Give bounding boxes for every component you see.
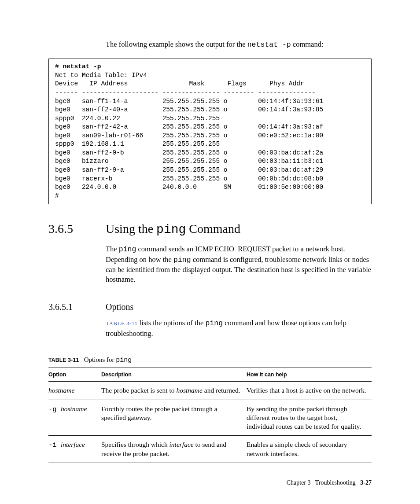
intro-cmd: netstat -p [247, 40, 291, 49]
subsection-number: 3.6.5.1 [48, 302, 106, 312]
opt-ital: interface [61, 441, 85, 448]
page: The following example shows the output f… [0, 0, 420, 504]
desc-pre: Specifies through which [101, 441, 169, 448]
intro-pre: The following example shows the output f… [106, 40, 247, 48]
code-header-1: Net to Media Table: IPv4 [55, 72, 147, 79]
cell-description: Specifies through which interface to sen… [101, 436, 247, 463]
code-block: # netstat -p Net to Media Table: IPv4 De… [48, 59, 372, 204]
opt-code: -g [48, 405, 61, 413]
code-row: bge0 san-ff2-9-b 255.255.255.255 o 00:03… [55, 149, 323, 156]
cell-description: Forcibly routes the probe packet through… [101, 400, 247, 436]
col-header-description: Description [101, 368, 247, 381]
table-header-row: Option Description How it can help [48, 368, 372, 381]
section-title-post: Command [186, 222, 240, 235]
text: lists the options of the [137, 319, 205, 327]
cell-option: hostname [48, 381, 101, 400]
code-row: sppp0 192.168.1.1 255.255.255.255 [55, 140, 220, 147]
code-cmd: netstat -p [63, 63, 101, 70]
desc-ital: interface [169, 441, 194, 448]
code-prompt-end: # [55, 192, 59, 199]
cell-help: Verifies that a host is active on the ne… [247, 381, 372, 400]
opt-code: -i [48, 441, 61, 449]
code-row: bge0 san-ff2-40-a 255.255.255.255 o 00:1… [55, 106, 323, 113]
code-row: bge0 racerx-b 255.255.255.255 o 00:0b:5d… [55, 175, 323, 182]
section-title-code: ping [156, 223, 186, 236]
page-footer: Chapter 3 Troubleshooting 3-27 [287, 479, 372, 486]
inline-code: ping [205, 319, 223, 327]
footer-chapter: Chapter 3 [287, 479, 311, 486]
table-row: hostname The probe packet is sent to hos… [48, 381, 372, 400]
code-header-2: Device IP Address Mask Flags Phys Addr [55, 80, 304, 87]
table-xref[interactable]: TABLE 3-11 [106, 320, 137, 327]
table-row: -g hostname Forcibly routes the probe pa… [48, 400, 372, 436]
options-table: Option Description How it can help hostn… [48, 368, 372, 463]
subsection-paragraph: TABLE 3-11 lists the options of the ping… [48, 318, 372, 338]
footer-title: Troubleshooting [315, 479, 356, 486]
text: The [106, 245, 119, 253]
table-row: -i interface Specifies through which int… [48, 436, 372, 463]
code-row: bge0 san-ff1-14-a 255.255.255.255 o 00:1… [55, 98, 323, 105]
desc-pre: The probe packet is sent to [101, 386, 176, 394]
code-row: sppp0 224.0.0.22 255.255.255.255 [55, 115, 220, 122]
section-title-pre: Using the [106, 222, 156, 235]
opt-ital: hostname [61, 405, 87, 412]
intro-post: command: [291, 40, 324, 48]
code-row: bge0 san-ff2-42-a 255.255.255.255 o 00:1… [55, 123, 323, 130]
desc-pre: Forcibly routes the probe packet through… [101, 405, 217, 421]
code-prompt: # [55, 63, 63, 70]
code-rule: ------ -------------------- ------------… [55, 89, 316, 96]
intro-paragraph: The following example shows the output f… [48, 40, 372, 50]
inline-code: ping [173, 256, 191, 264]
footer-page: 3-27 [360, 479, 372, 486]
cell-description: The probe packet is sent to hostname and… [101, 381, 247, 400]
subsection-title: Options [106, 302, 133, 312]
table-caption: TABLE 3-11 Options for ping [48, 356, 372, 364]
desc-ital: hostname [176, 386, 202, 394]
desc-post: and returned. [203, 386, 240, 394]
opt-ital: hostname [48, 386, 74, 394]
subsection-heading: 3.6.5.1Options [48, 302, 372, 312]
code-row: bge0 bizzaro 255.255.255.255 o 00:03:ba:… [55, 158, 323, 165]
cell-help: By sending the probe packet through diff… [247, 400, 372, 436]
cell-help: Enables a simple check of secondary netw… [247, 436, 372, 463]
section-paragraph: The ping command sends an ICMP ECHO_REQU… [48, 244, 372, 284]
cell-option: -g hostname [48, 400, 101, 436]
table-caption-code: ping [116, 357, 132, 364]
code-row: bge0 224.0.0.0 240.0.0.0 SM 01:00:5e:00:… [55, 184, 323, 191]
table-caption-text: Options for [84, 356, 116, 363]
code-row: bge0 san-ff2-9-a 255.255.255.255 o 00:03… [55, 166, 323, 173]
col-header-help: How it can help [247, 368, 372, 381]
col-header-option: Option [48, 368, 101, 381]
inline-code: ping [119, 245, 136, 254]
table-caption-label: TABLE 3-11 [48, 357, 79, 363]
cell-option: -i interface [48, 436, 101, 463]
code-row: bge0 san09-lab-r01-66 255.255.255.255 o … [55, 132, 323, 139]
section-number: 3.6.5 [48, 222, 106, 236]
section-heading: 3.6.5Using the ping Command [48, 222, 372, 236]
